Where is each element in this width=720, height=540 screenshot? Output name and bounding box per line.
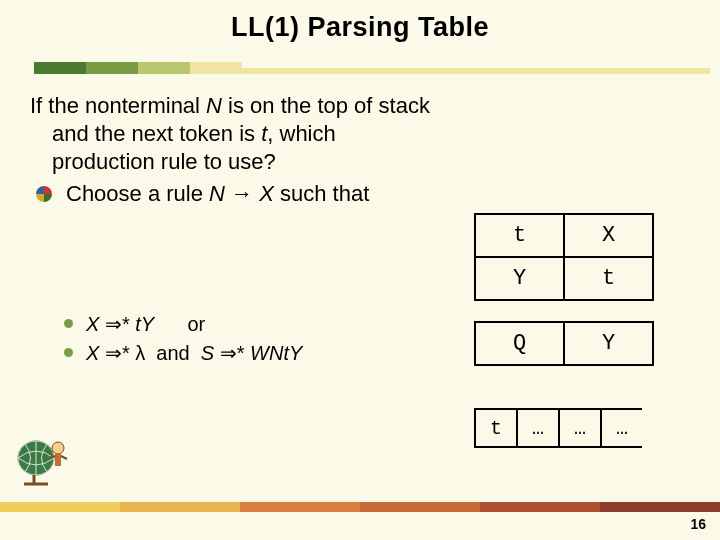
- body-text: If the nonterminal N is on the top of st…: [30, 92, 430, 209]
- sub-bullets: X ⇒* tY or X ⇒* λ and S ⇒* WNtY: [64, 310, 302, 368]
- svg-point-2: [52, 442, 64, 454]
- globe-icon: [10, 434, 70, 490]
- input-tape: t………: [474, 408, 642, 448]
- dot-icon: [64, 319, 73, 328]
- dot-icon: [64, 348, 73, 357]
- bullet-icon: [36, 186, 52, 202]
- svg-rect-3: [55, 454, 61, 466]
- title-underline: [34, 62, 710, 76]
- stack-table: tX Yt QY: [474, 213, 654, 366]
- footer-stripe: [0, 502, 720, 512]
- slide-title: LL(1) Parsing Table: [0, 0, 720, 43]
- page-number: 16: [690, 516, 706, 532]
